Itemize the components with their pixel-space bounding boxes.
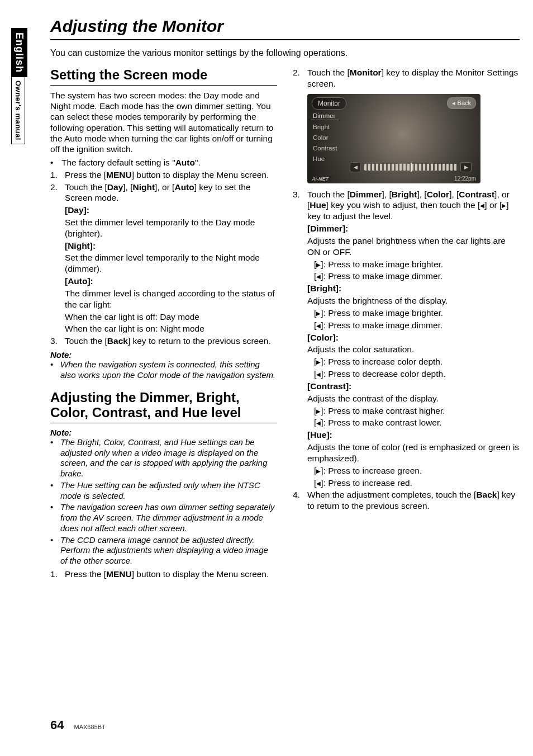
note-item: • The Bright, Color, Contrast, and Hue s…	[50, 437, 277, 479]
step-text: ], or [	[155, 182, 174, 192]
bullet-marker: •	[50, 157, 61, 168]
intro-text: You can customize the various monitor se…	[50, 48, 520, 58]
step-num: 3.	[293, 189, 307, 222]
hue-desc: Adjusts the tone of color (red is emphas…	[293, 442, 520, 464]
note-text: The CCD camera image cannot be adjusted …	[60, 535, 277, 566]
bright-label: [Bright]:	[293, 283, 520, 294]
ss-menu-dimmer: Dimmer	[311, 112, 339, 120]
bullet-marker: •	[50, 480, 60, 502]
screen-mode-intro: The system has two screen modes: the Day…	[50, 90, 277, 155]
step-text: Press the [	[65, 569, 106, 579]
note-item: • The CCD camera image cannot be adjuste…	[50, 535, 277, 566]
step-text: Press the [	[65, 170, 106, 179]
step-text: When the adjustment completes, touch the…	[307, 490, 476, 499]
color-label: [Color]:	[293, 332, 520, 343]
bullet-marker: •	[50, 502, 60, 533]
page-content: Adjusting the Monitor You can customize …	[50, 17, 520, 581]
step-text: ] or [	[484, 200, 502, 210]
auto-desc-1: The dimmer level is changed according to…	[50, 288, 277, 310]
color-left: []: Press to decrease color depth.	[293, 368, 520, 380]
step-r2: 2. Touch the [Monitor] key to display th…	[293, 67, 520, 89]
page-title: Adjusting the Monitor	[50, 17, 520, 40]
step-text: Touch the [	[307, 68, 350, 77]
action-text: ]: Press to increase green.	[321, 466, 422, 475]
ss-arrow-right-icon: ▶	[460, 162, 472, 172]
night-desc: Set the dimmer level temporarily to the …	[50, 252, 277, 275]
back-key: Back	[476, 490, 497, 499]
back-key: Back	[107, 336, 128, 346]
menu-key: MENU	[106, 569, 132, 579]
ss-slider: ◀ ▶	[350, 162, 472, 172]
day-desc: Set the dimmer level temporarily to the …	[50, 217, 277, 239]
bullet-marker: •	[50, 437, 60, 479]
dimmer-label: [Dimmer]:	[293, 223, 520, 234]
model-number: MAX685BT	[74, 724, 105, 730]
note-text: The Bright, Color, Contrast, and Hue set…	[60, 437, 277, 479]
action-text: ]: Press to make contrast lower.	[321, 418, 441, 427]
auto-key: Auto	[174, 182, 194, 192]
step-text: ], [	[449, 190, 459, 199]
dimmer-right: []: Press to make image brighter.	[293, 259, 520, 270]
dimmer-desc: Adjusts the panel brightness when the ca…	[293, 235, 520, 258]
contrast-left: []: Press to make contrast lower.	[293, 417, 520, 428]
tab-language: English	[11, 28, 27, 77]
step-text: ] key to return to the previous screen.	[128, 336, 271, 346]
default-setting-pre: The factory default setting is "	[61, 158, 175, 167]
default-setting-bold: Auto	[175, 158, 195, 167]
menu-key: MENU	[106, 170, 132, 179]
step-num: 2.	[293, 67, 307, 89]
step-3: 3. Touch the [Back] key to return to the…	[50, 336, 277, 347]
dimmer-key: Dimmer	[350, 190, 382, 199]
step-text: Touch the [	[307, 190, 350, 199]
step-text: ] button to display the Menu screen.	[132, 569, 269, 579]
ss-menu-bright: Bright	[311, 123, 339, 131]
step-num: 3.	[50, 336, 65, 347]
night-label: [Night]:	[50, 240, 277, 252]
step-b1: 1. Press the [MENU] button to display th…	[50, 569, 277, 580]
day-key: Day	[107, 182, 123, 192]
contrast-right: []: Press to make contrast higher.	[293, 405, 520, 417]
night-key: Night	[133, 182, 155, 192]
action-text: ]: Press to increase color depth.	[321, 357, 442, 366]
step-text: ] key you wish to adjust, then touch the…	[326, 200, 480, 210]
ss-title: Monitor	[312, 97, 346, 110]
contrast-desc: Adjusts the contrast of the display.	[293, 393, 520, 404]
contrast-key: Contrast	[459, 190, 494, 199]
ss-arrow-left-icon: ◀	[350, 162, 361, 172]
hue-key: Hue	[310, 200, 326, 210]
ss-time: 12:22pm	[454, 176, 476, 182]
step-text: Touch the [	[65, 182, 107, 192]
heading-adjusting: Adjusting the Dimmer, Bright, Color, Con…	[50, 390, 277, 423]
color-key: Color	[427, 190, 449, 199]
note-item: • The navigation screen has own dimmer s…	[50, 502, 277, 533]
ss-menu-color: Color	[311, 134, 339, 141]
hue-right: []: Press to increase green.	[293, 465, 520, 476]
note-text: The navigation screen has own dimmer set…	[60, 502, 277, 533]
ss-menu-contrast: Contrast	[311, 144, 339, 152]
bright-left: []: Press to make image dimmer.	[293, 320, 520, 331]
action-text: ]: Press to decrease color depth.	[321, 369, 445, 379]
ss-menu: Dimmer Bright Color Contrast Hue	[311, 112, 339, 163]
auto-desc-3: When the car light is on: Night mode	[50, 323, 277, 334]
action-text: ]: Press to make image brighter.	[321, 259, 443, 269]
ss-slider-bar	[364, 164, 457, 171]
step-text: ], [	[123, 182, 132, 192]
bullet-marker: •	[50, 535, 60, 566]
left-column: Setting the Screen mode The system has t…	[50, 67, 277, 581]
right-column: 2. Touch the [Monitor] key to display th…	[293, 67, 520, 581]
action-text: ]: Press to increase red.	[321, 478, 412, 488]
action-text: ]: Press to make image dimmer.	[321, 271, 442, 281]
color-desc: Adjusts the color saturation.	[293, 344, 520, 355]
side-tabs: English Owner's manual	[11, 28, 28, 144]
auto-label: [Auto]:	[50, 276, 277, 287]
monitor-settings-screenshot: Monitor ◂ Back Dimmer Bright Color Contr…	[307, 94, 480, 183]
bright-desc: Adjusts the brightness of the display.	[293, 295, 520, 306]
step-text: Touch the [	[65, 336, 107, 346]
default-setting-post: ".	[195, 158, 201, 167]
note-heading: Note:	[50, 350, 277, 360]
bright-key: Bright	[392, 190, 417, 199]
day-label: [Day]:	[50, 205, 277, 216]
note-item: • The Hue setting can be adjusted only w…	[50, 480, 277, 502]
hue-label: [Hue]:	[293, 429, 520, 441]
default-setting-bullet: • The factory default setting is "Auto".	[50, 157, 277, 168]
